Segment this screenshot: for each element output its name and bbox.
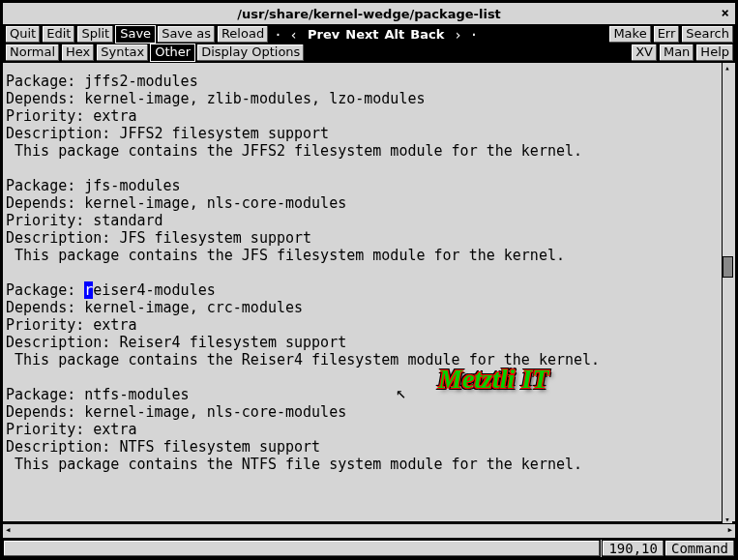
text-before-cursor: Package: jffs2-modules Depends: kernel-i… xyxy=(6,73,582,299)
nav-fw-icon[interactable]: › xyxy=(450,27,465,43)
titlebar: /usr/share/kernel-wedge/package-list × xyxy=(3,3,735,25)
vscroll-thumb[interactable] xyxy=(723,256,733,278)
cursor-position: 190,10 xyxy=(602,540,664,557)
watermark-logo: Metztli IT xyxy=(438,370,548,388)
editor-window: /usr/share/kernel-wedge/package-list × Q… xyxy=(0,0,738,560)
scroll-left-icon[interactable]: ◂ xyxy=(5,524,12,536)
split-button[interactable]: Split xyxy=(76,25,114,44)
nav-prev-button[interactable]: Prev xyxy=(308,27,339,42)
mouse-pointer-icon: ↖ xyxy=(396,384,406,401)
statusbar: 190,10 Command xyxy=(3,540,735,557)
editor-content[interactable]: Package: jffs2-modules Depends: kernel-i… xyxy=(3,62,735,523)
close-icon[interactable]: × xyxy=(722,5,729,20)
nav-back-button[interactable]: Back xyxy=(410,27,444,42)
scroll-up-icon[interactable]: ▴ xyxy=(723,63,732,73)
normal-mode-button[interactable]: Normal xyxy=(5,44,60,62)
status-message xyxy=(3,540,601,557)
save-as-button[interactable]: Save as xyxy=(157,25,216,44)
nav-first-icon[interactable]: · xyxy=(270,27,285,43)
text-cursor: r xyxy=(84,281,93,299)
xv-button[interactable]: XV xyxy=(631,44,658,62)
syntax-mode-button[interactable]: Syntax xyxy=(96,44,149,62)
text-after-cursor: eiser4-modules Depends: kernel-image, cr… xyxy=(6,281,600,473)
err-button[interactable]: Err xyxy=(653,25,681,44)
nav-last-icon[interactable]: · xyxy=(466,27,482,43)
window-title: /usr/share/kernel-wedge/package-list xyxy=(237,7,501,21)
nav-alt-button[interactable]: Alt xyxy=(385,27,405,42)
scroll-right-icon[interactable]: ▸ xyxy=(726,524,733,536)
man-button[interactable]: Man xyxy=(659,44,694,62)
horizontal-scrollbar[interactable]: ◂ ▸ xyxy=(3,523,735,540)
nav-group: Prev Next Alt Back xyxy=(302,27,450,42)
make-button[interactable]: Make xyxy=(608,25,651,44)
nav-rw-icon[interactable]: ‹ xyxy=(286,27,302,43)
toolbar-row-1: Quit Edit Split Save Save as Reload · ‹ … xyxy=(3,25,735,44)
editor-mode: Command xyxy=(664,540,735,557)
vertical-scrollbar[interactable]: ▴ ▾ xyxy=(722,63,732,524)
quit-button[interactable]: Quit xyxy=(5,25,41,44)
search-button[interactable]: Search xyxy=(681,25,734,44)
toolbar-row-2: Normal Hex Syntax Other Display Options … xyxy=(3,44,735,62)
reload-button[interactable]: Reload xyxy=(217,25,269,44)
edit-button[interactable]: Edit xyxy=(42,25,75,44)
display-options-button[interactable]: Display Options xyxy=(196,44,305,62)
save-button[interactable]: Save xyxy=(115,25,156,44)
hex-mode-button[interactable]: Hex xyxy=(61,44,95,62)
other-mode-button[interactable]: Other xyxy=(150,44,195,62)
nav-next-button[interactable]: Next xyxy=(345,27,378,42)
help-button[interactable]: Help xyxy=(695,44,734,62)
